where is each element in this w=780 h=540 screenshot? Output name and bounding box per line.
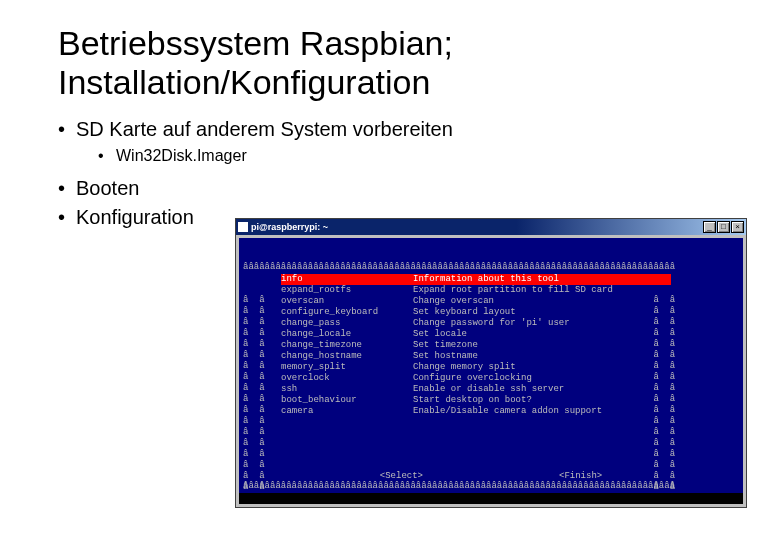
menu-item-change_timezone[interactable]: change_timezoneSet timezone — [281, 340, 691, 351]
menu-item-ssh[interactable]: sshEnable or disable ssh server — [281, 384, 691, 395]
slide-title: Betriebssystem Raspbian; Installation/Ko… — [58, 24, 722, 102]
menu-item-desc: Enable/Disable camera addon support — [413, 406, 602, 417]
menu-item-key: change_pass — [281, 318, 413, 329]
menu-item-key: change_timezone — [281, 340, 413, 351]
window-body: ââââââââââââââââââââââââââââââââââââââââ… — [236, 235, 746, 507]
menu-item-change_locale[interactable]: change_localeSet locale — [281, 329, 691, 340]
sub-bullet-list: Win32Disk.Imager — [76, 145, 722, 167]
sub-bullet-win32: Win32Disk.Imager — [98, 145, 722, 167]
menu-item-desc: Configure overclocking — [413, 373, 532, 384]
slide: Betriebssystem Raspbian; Installation/Ko… — [0, 0, 780, 540]
menu-item-desc: Information about this tool — [413, 274, 559, 285]
menu-item-change_hostname[interactable]: change_hostnameSet hostname — [281, 351, 691, 362]
bullet-sd-karte: SD Karte auf anderem System vorbereiten … — [58, 116, 722, 167]
menu-item-key: overscan — [281, 296, 413, 307]
left-bullets: Booten Konfiguration — [58, 173, 218, 233]
menu-item-desc: Change password for 'pi' user — [413, 318, 570, 329]
menu-item-desc: Start desktop on boot? — [413, 395, 532, 406]
menu-item-key: overclock — [281, 373, 413, 384]
terminal-side-row: â â â â — [243, 460, 739, 471]
menu-item-overclock[interactable]: overclockConfigure overclocking — [281, 373, 691, 384]
menu-item-key: memory_split — [281, 362, 413, 373]
bullet-booten: Booten — [58, 175, 218, 202]
menu-item-key: boot_behaviour — [281, 395, 413, 406]
menu-item-desc: Change memory split — [413, 362, 516, 373]
menu-item-desc: Set timezone — [413, 340, 478, 351]
menu-item-desc: Set locale — [413, 329, 467, 340]
menu-item-configure_keyboard[interactable]: configure_keyboardSet keyboard layout — [281, 307, 691, 318]
terminal-bottom-border: ââââââââââââââââââââââââââââââââââââââââ… — [243, 481, 739, 492]
menu-item-key: ssh — [281, 384, 413, 395]
menu-item-key: change_locale — [281, 329, 413, 340]
menu-item-key: info — [281, 274, 413, 285]
menu-item-memory_split[interactable]: memory_splitChange memory split — [281, 362, 691, 373]
maximize-button[interactable]: □ — [717, 221, 730, 233]
menu-item-desc: Set hostname — [413, 351, 478, 362]
menu-item-key: configure_keyboard — [281, 307, 413, 318]
terminal-side-row: â â â â — [243, 449, 739, 460]
terminal-side-row: â â â â — [243, 416, 739, 427]
menu-item-expand_rootfs[interactable]: expand_rootfsExpand root partition to fi… — [281, 285, 691, 296]
window-title: pi@raspberrypi: ~ — [251, 222, 328, 232]
menu-item-desc: Change overscan — [413, 296, 494, 307]
menu-item-desc: Enable or disable ssh server — [413, 384, 564, 395]
terminal-side-row: â â â â — [243, 427, 739, 438]
menu-item-boot_behaviour[interactable]: boot_behaviourStart desktop on boot? — [281, 395, 691, 406]
terminal-side-row: â â â â — [243, 438, 739, 449]
window-button-group: _ □ × — [703, 221, 744, 233]
menu-item-overscan[interactable]: overscanChange overscan — [281, 296, 691, 307]
menu-item-key: change_hostname — [281, 351, 413, 362]
embedded-screenshot-window: pi@raspberrypi: ~ _ □ × ââââââââââââââââ… — [235, 218, 747, 508]
config-menu[interactable]: infoInformation about this toolexpand_ro… — [281, 274, 691, 417]
menu-item-info[interactable]: infoInformation about this tool — [281, 274, 671, 285]
terminal-top-border: ââââââââââââââââââââââââââââââââââââââââ… — [243, 262, 739, 273]
minimize-button[interactable]: _ — [703, 221, 716, 233]
menu-item-desc: Set keyboard layout — [413, 307, 516, 318]
close-button[interactable]: × — [731, 221, 744, 233]
bullet-list: SD Karte auf anderem System vorbereiten … — [58, 116, 722, 167]
bullet-text: SD Karte auf anderem System vorbereiten — [76, 118, 453, 140]
menu-item-camera[interactable]: cameraEnable/Disable camera addon suppor… — [281, 406, 691, 417]
terminal-black-bar — [239, 493, 743, 504]
window-icon — [238, 222, 248, 232]
window-titlebar: pi@raspberrypi: ~ _ □ × — [236, 219, 746, 235]
bullet-konfiguration: Konfiguration — [58, 204, 218, 231]
menu-item-key: expand_rootfs — [281, 285, 413, 296]
menu-item-desc: Expand root partition to fill SD card — [413, 285, 613, 296]
menu-item-key: camera — [281, 406, 413, 417]
terminal[interactable]: ââââââââââââââââââââââââââââââââââââââââ… — [239, 238, 743, 504]
menu-item-change_pass[interactable]: change_passChange password for 'pi' user — [281, 318, 691, 329]
